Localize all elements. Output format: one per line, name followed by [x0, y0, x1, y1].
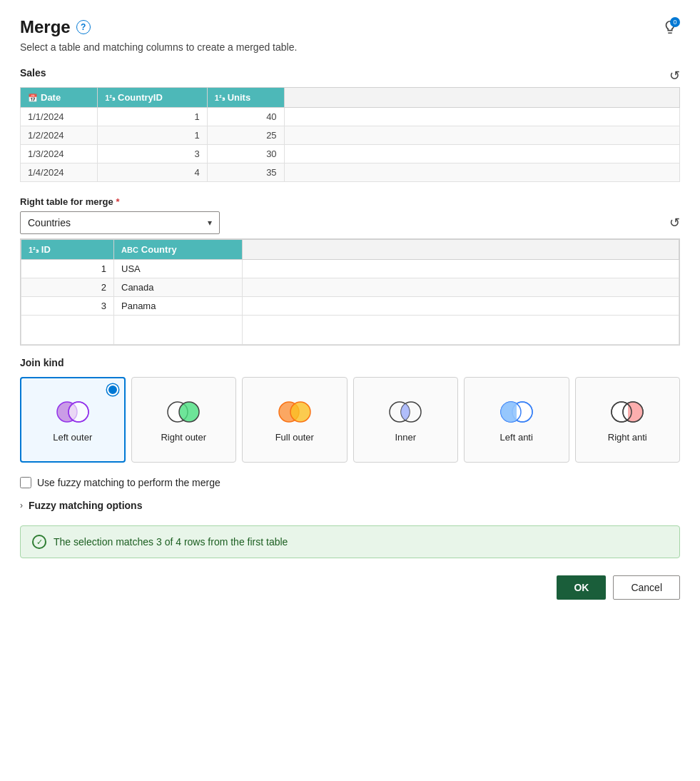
countries-row3-id: 3 [21, 297, 114, 316]
sales-row2-date: 1/2/2024 [21, 126, 98, 145]
bulb-badge: 0 [670, 17, 680, 27]
fuzzy-matching-checkbox[interactable] [20, 477, 31, 488]
sales-row4-empty [284, 163, 679, 182]
check-icon: ✓ [32, 535, 46, 549]
countries-row1-country: USA [114, 260, 243, 278]
number-icon-1: 1²₃ [105, 94, 115, 102]
join-option-left-outer[interactable]: Left outer [20, 377, 126, 463]
right-outer-label: Right outer [161, 432, 206, 443]
fuzzy-matching-row: Use fuzzy matching to perform the merge [20, 477, 680, 488]
calendar-icon: 📅 [28, 94, 38, 102]
right-outer-venn [162, 398, 205, 426]
sales-row4-units: 35 [207, 163, 284, 182]
table-row-empty [21, 316, 679, 345]
sales-row4-countryid: 4 [98, 163, 208, 182]
left-outer-label: Left outer [53, 432, 92, 443]
sales-row2-units: 25 [207, 126, 284, 145]
sales-col-date[interactable]: 📅Date [21, 88, 98, 108]
sales-row1-units: 40 [207, 108, 284, 126]
number-icon-2: 1²₃ [215, 94, 225, 102]
countries-row2-empty [243, 278, 679, 297]
ok-button[interactable]: OK [557, 575, 606, 600]
countries-table: 1²₃ID ABCCountry 1 USA 2 Canada [21, 239, 679, 345]
sales-row1-countryid: 1 [98, 108, 208, 126]
countries-col-id[interactable]: 1²₃ID [21, 240, 114, 260]
inner-venn [384, 398, 427, 426]
countries-row3-country: Panama [114, 297, 243, 316]
page-title: Merge [20, 17, 71, 37]
sales-col-empty [284, 88, 679, 108]
sales-table-header-row: Sales ↺ [20, 67, 680, 84]
full-outer-venn [273, 398, 316, 426]
table-row: 1/2/2024 1 25 [21, 126, 680, 145]
join-option-full-outer[interactable]: Full outer [242, 377, 348, 463]
inner-label: Inner [395, 432, 416, 443]
status-bar: ✓ The selection matches 3 of 4 rows from… [20, 525, 680, 558]
required-star: * [116, 196, 119, 207]
table-row: 2 Canada [21, 278, 679, 297]
chevron-down-icon: ▾ [208, 218, 212, 228]
sales-table: 📅Date 1²₃CountryID 1²₃Units 1/1/2024 1 4… [20, 87, 680, 182]
svg-point-6 [290, 402, 310, 422]
table-row: 1/4/2024 4 35 [21, 163, 680, 182]
sales-table-section: Sales ↺ 📅Date 1²₃CountryID 1²₃Units 1/1/… [20, 67, 680, 182]
sales-row4-date: 1/4/2024 [21, 163, 98, 182]
page-subtitle: Select a table and matching columns to c… [20, 41, 680, 53]
sales-row3-empty [284, 145, 679, 163]
abc-icon: ABC [121, 246, 138, 254]
countries-row1-id: 1 [21, 260, 114, 278]
fuzzy-options-row[interactable]: › Fuzzy matching options [20, 500, 680, 511]
right-table-field-label: Right table for merge * [20, 196, 680, 207]
status-text: The selection matches 3 of 4 rows from t… [54, 536, 288, 548]
join-option-right-anti[interactable]: Right anti [575, 377, 681, 463]
countries-col-empty [243, 240, 679, 260]
countries-empty-2 [114, 316, 243, 345]
sales-col-units[interactable]: 1²₃Units [207, 88, 284, 108]
countries-row1-empty [243, 260, 679, 278]
sales-row1-date: 1/1/2024 [21, 108, 98, 126]
countries-row2-country: Canada [114, 278, 243, 297]
right-table-refresh-icon[interactable]: ↺ [669, 215, 680, 231]
sales-row3-date: 1/3/2024 [21, 145, 98, 163]
countries-empty-3 [243, 316, 679, 345]
number-icon-3: 1²₃ [29, 246, 39, 254]
dropdown-value: Countries [28, 217, 71, 228]
selected-indicator [107, 384, 118, 395]
countries-table-container: 1²₃ID ABCCountry 1 USA 2 Canada [20, 238, 680, 346]
countries-col-country[interactable]: ABCCountry [114, 240, 243, 260]
svg-point-4 [179, 402, 199, 422]
table-row: 3 Panama [21, 297, 679, 316]
sales-col-countryid[interactable]: 1²₃CountryID [98, 88, 208, 108]
full-outer-label: Full outer [275, 432, 314, 443]
right-anti-venn [606, 398, 649, 426]
cancel-button[interactable]: Cancel [613, 575, 680, 600]
countries-row2-id: 2 [21, 278, 114, 297]
join-options-container: Left outer Right outer Full outer [20, 377, 680, 463]
bulb-icon[interactable]: 0 [660, 17, 680, 37]
join-option-left-anti[interactable]: Left anti [464, 377, 569, 463]
right-table-dropdown[interactable]: Countries ▾ [20, 211, 220, 234]
fuzzy-options-label: Fuzzy matching options [29, 500, 142, 511]
left-anti-venn [495, 398, 538, 426]
table-row: 1/3/2024 3 30 [21, 145, 680, 163]
sales-row1-empty [284, 108, 679, 126]
help-icon[interactable]: ? [76, 20, 91, 34]
right-table-section: Right table for merge * Countries ▾ ↺ 1²… [20, 196, 680, 346]
title-area: Merge ? [20, 17, 91, 37]
left-anti-label: Left anti [500, 432, 533, 443]
sales-row2-empty [284, 126, 679, 145]
countries-empty-1 [21, 316, 114, 345]
sales-row3-countryid: 3 [98, 145, 208, 163]
sales-refresh-icon[interactable]: ↺ [669, 68, 680, 84]
join-kind-label: Join kind [20, 357, 680, 368]
table-row: 1/1/2024 1 40 [21, 108, 680, 126]
join-kind-section: Join kind Left outer Right outer [20, 357, 680, 463]
right-anti-label: Right anti [608, 432, 647, 443]
sales-row3-units: 30 [207, 145, 284, 163]
join-option-inner[interactable]: Inner [353, 377, 459, 463]
sales-row2-countryid: 1 [98, 126, 208, 145]
countries-row3-empty [243, 297, 679, 316]
join-option-right-outer[interactable]: Right outer [131, 377, 237, 463]
fuzzy-matching-label: Use fuzzy matching to perform the merge [37, 477, 220, 488]
footer-buttons: OK Cancel [20, 575, 680, 600]
